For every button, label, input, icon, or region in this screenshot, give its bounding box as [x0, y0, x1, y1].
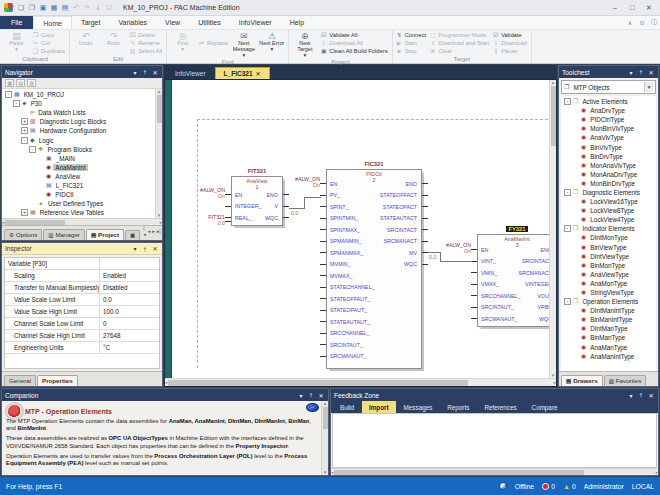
download-and-start-button[interactable]: ⇓Download and Start	[428, 39, 490, 47]
close-button[interactable]: ✕	[642, 4, 656, 12]
inspector-row-engineering-units[interactable]: Engineering Units°C	[5, 342, 159, 354]
tree-item-hardware-configuration[interactable]: +▤Hardware Configuration	[2, 126, 155, 135]
tree-item-anadrvtype[interactable]: ◉AnaDrvType	[561, 106, 656, 115]
inspector-tab-general[interactable]: General	[4, 375, 36, 386]
inspector-pin-icon[interactable]: †	[141, 246, 149, 252]
navigator-tab-options[interactable]: ⚙Options	[4, 229, 42, 240]
inspector-row-channel-scale-low-limit[interactable]: Channel Scale Low Limit0	[5, 318, 159, 330]
collapse-icon[interactable]: -	[564, 189, 571, 196]
inspector-tab-properties[interactable]: Properties	[37, 375, 78, 386]
tree-item-main[interactable]: ▣_MAIN	[2, 154, 155, 163]
tree-item-anavlvtype[interactable]: ◉AnaVlvType	[561, 133, 656, 142]
tree-item-diagnostic-elements[interactable]: -❒Diagnostic Elements	[561, 188, 656, 197]
tree-item-reference-view-tables[interactable]: +▦Reference View Tables	[2, 208, 155, 217]
collapse-icon[interactable]: -	[29, 146, 36, 153]
duplicate-button[interactable]: ❑Duplicate	[31, 47, 66, 55]
tree-item-dintviewtype[interactable]: ◉DIntViewType	[561, 252, 656, 261]
redo-qat-icon[interactable]: ↷	[82, 3, 92, 12]
tree-item-anamantype[interactable]: ◉AnaManType	[561, 343, 656, 352]
ribbon-tab-infoviewer[interactable]: InfoViewer	[230, 16, 281, 29]
collapse-icon[interactable]: -	[564, 225, 571, 232]
inspector-row-channel-scale-high-limit[interactable]: Channel Scale High Limit27648	[5, 330, 159, 342]
feedback-tab-messages[interactable]: Messages	[397, 401, 440, 413]
pause-button[interactable]: ∥Pause	[491, 47, 528, 55]
function-block-fit321[interactable]: AnaView1ENINTEGER_REAL_ENOVWQC	[231, 176, 283, 226]
tree-item-pidctrltype[interactable]: ◉PIDCtrlType	[561, 115, 656, 124]
undo-button[interactable]: ↶Undo	[72, 31, 99, 47]
tree-item-binmaninttype[interactable]: ◉BinManIntType	[561, 315, 656, 324]
inspector-row-scaling[interactable]: ScalingEnabled	[5, 270, 159, 282]
detail-view-icon[interactable]: ▥	[27, 79, 36, 87]
inspector-row-variable-p30[interactable]: Variable [P30]	[5, 258, 159, 270]
clear-button[interactable]: ⊗Clear	[428, 47, 490, 55]
feedback-hscrollbar[interactable]: ◂▸	[331, 468, 658, 475]
ribbon-tab-view[interactable]: View	[156, 16, 189, 29]
tree-item-stringviewtype[interactable]: ◉StringViewType	[561, 288, 656, 297]
feedback-menu-icon[interactable]: ▾	[627, 392, 635, 399]
replace-button[interactable]: ⇄Replace	[197, 39, 229, 47]
collapse-icon[interactable]: -	[564, 98, 571, 105]
navigator-tab-project[interactable]: ▤Project	[86, 229, 124, 240]
collapse-icon[interactable]: -	[5, 91, 12, 98]
next-message-button[interactable]: ✉Next Message▾	[230, 31, 257, 58]
toolchest-tab-drawers[interactable]: ▤Drawers	[561, 375, 603, 386]
connect-button[interactable]: ↯Connect	[395, 31, 428, 39]
ribbon-tab-home[interactable]: Home	[33, 16, 72, 29]
tree-item-data-watch-lists[interactable]: ∞Data Watch Lists	[2, 108, 155, 117]
tree-item-lockview16type[interactable]: ◉LockView16Type	[561, 197, 656, 206]
tree-item-monanavlvtype[interactable]: ◉MonAnaVlvType	[561, 161, 656, 170]
tree-item-program-blocks[interactable]: -❖Program Blocks	[2, 145, 155, 154]
inspector-row-transfer-to-manual-bumplessly[interactable]: Transfer to Manual BumplesslyDisabled	[5, 282, 159, 294]
tree-item-monbindrvtype[interactable]: ◉MonBinDrvType	[561, 179, 656, 188]
download-button[interactable]: ⇩Download	[491, 39, 528, 47]
navigator-close-icon[interactable]: ✕	[151, 69, 159, 76]
collapse-icon[interactable]: -	[564, 298, 571, 305]
new-project-icon[interactable]: ❏	[16, 3, 26, 12]
tree-item-active-elements[interactable]: -❒Active Elements	[561, 97, 656, 106]
toolchest-close-icon[interactable]: ✕	[647, 69, 655, 76]
delete-button[interactable]: ⌧Delete	[128, 31, 163, 39]
select-all-button[interactable]: ▧Select All	[128, 47, 163, 55]
inspector-row-value-scale-high-limit[interactable]: Value Scale High Limit100.0	[5, 306, 159, 318]
new-target-button[interactable]: ⊕New Target▾	[291, 31, 318, 58]
navigator-tab-manager[interactable]: ▥Manager	[43, 229, 85, 240]
feedback-tab-import[interactable]: Import	[362, 401, 396, 413]
tree-item-operation-elements[interactable]: -❒Operation Elements	[561, 297, 656, 306]
search-help-icon[interactable]: ⊙	[636, 19, 648, 26]
tree-item-dintmaninttype[interactable]: ◉DIntManIntType	[561, 306, 656, 315]
ribbon-tab-target[interactable]: Target	[72, 16, 109, 29]
navigator-tab-icon[interactable]: ▣	[125, 230, 140, 240]
tree-item-binvlvtype[interactable]: ◉BinVlvType	[561, 142, 656, 151]
function-block-fic321[interactable]: PIDCtl2ENPV_SPINT_SPINTMIN_SPINTMAX_SPMA…	[326, 169, 422, 369]
validate-all-button[interactable]: ☑Validate All	[319, 31, 388, 39]
toolchest-menu-icon[interactable]: ▾	[627, 69, 635, 76]
download-all-button[interactable]: ⇩Download All	[319, 39, 388, 47]
minimize-button[interactable]: –	[608, 4, 622, 11]
paste-button[interactable]: ▤Paste▾	[3, 31, 30, 53]
rename-button[interactable]: ✎Rename	[128, 39, 163, 47]
tab-scroll-arrow[interactable]: ▸|	[157, 228, 161, 234]
tree-item-lockview4type[interactable]: ◉LockView4Type	[561, 215, 656, 224]
ribbon-tab-file[interactable]: File	[0, 16, 33, 29]
toolchest-drawer-select[interactable]: ❒ MTP Objects ▼	[561, 80, 656, 94]
expand-icon[interactable]: +	[21, 209, 28, 216]
collapse-icon[interactable]: -	[13, 100, 20, 107]
tree-item-binviewtype[interactable]: ◉BinViewType	[561, 243, 656, 252]
chevron-down-icon[interactable]: ▼	[644, 82, 653, 92]
tree-item-anaview[interactable]: ◉AnaView	[2, 172, 155, 181]
save-icon[interactable]: ▣	[38, 3, 48, 12]
collapse-ribbon-icon[interactable]: ∧	[624, 19, 636, 26]
collapse-icon[interactable]: -	[21, 137, 28, 144]
validate-qat-icon[interactable]: ☑	[104, 3, 114, 12]
document-tab-infoviewer[interactable]: InfoViewer	[167, 68, 214, 79]
editor-hscrollbar[interactable]: ◂▸	[165, 378, 556, 386]
companion-pin-icon[interactable]: †	[307, 392, 315, 398]
tree-item-l-fic321[interactable]: ▤L_FIC321	[2, 181, 155, 190]
tree-item-dintmontype[interactable]: ◉DIntMonType	[561, 233, 656, 242]
download-qat-icon[interactable]: ⇓	[93, 3, 103, 12]
companion-menu-icon[interactable]: ▾	[297, 392, 305, 399]
feedback-tab-reports[interactable]: Reports	[440, 401, 476, 413]
tree-item-p30[interactable]: -◈P30	[2, 99, 155, 108]
fbd-canvas[interactable]: AnaView1ENINTEGER_REAL_ENOVWQCFIT321PIDC…	[172, 80, 549, 378]
expand-icon[interactable]: +	[21, 127, 28, 134]
